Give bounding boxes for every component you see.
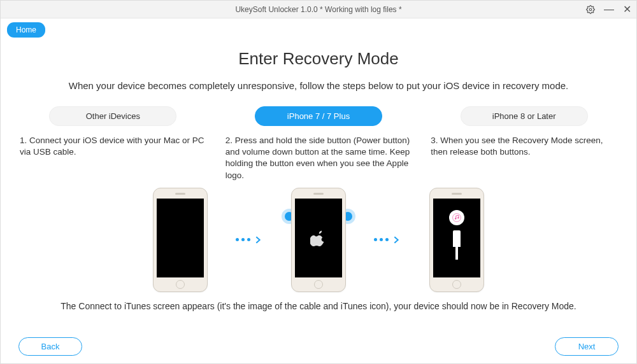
- svg-point-0: [589, 8, 592, 11]
- device-tab-iphone8[interactable]: iPhone 8 or Later: [461, 106, 588, 126]
- cable-icon: [453, 230, 461, 247]
- title-bar: UkeySoft Unlocker 1.0.0 * Working with l…: [1, 1, 636, 18]
- step-text-2: 2. Press and hold the side button (Power…: [225, 135, 412, 181]
- step-column-2: iPhone 7 / 7 Plus 2. Press and hold the …: [225, 106, 412, 181]
- next-button[interactable]: Next: [555, 337, 619, 356]
- footer-note: The Connect to iTunes screen appears (it…: [1, 301, 636, 311]
- close-icon[interactable]: ✕: [623, 3, 631, 15]
- page-title: Enter Recovery Mode: [1, 49, 636, 69]
- itunes-icon: [449, 210, 464, 225]
- back-button[interactable]: Back: [18, 337, 82, 356]
- step-text-3: 3. When you see the Recovery Mode screen…: [431, 135, 617, 181]
- apple-logo-icon: [310, 228, 327, 248]
- settings-icon[interactable]: [586, 5, 595, 14]
- arrow-separator-icon: [236, 235, 263, 245]
- step-text-1: 1. Connect your iOS device with your Mac…: [20, 135, 206, 181]
- device-tab-other[interactable]: Other iDevices: [49, 106, 176, 126]
- nav-buttons: Back Next: [1, 337, 636, 356]
- home-button[interactable]: Home: [7, 22, 45, 38]
- step-column-3: iPhone 8 or Later 3. When you see the Re…: [431, 106, 617, 181]
- phone-illustration-1: [139, 188, 222, 292]
- phones-illustration: [1, 188, 636, 292]
- device-tab-iphone7[interactable]: iPhone 7 / 7 Plus: [255, 106, 382, 126]
- arrow-separator-icon: [374, 235, 401, 245]
- page-subtitle: When your device becomes completely unre…: [1, 80, 636, 91]
- step-column-1: Other iDevices 1. Connect your iOS devic…: [20, 106, 206, 181]
- svg-point-1: [453, 213, 461, 221]
- minimize-icon[interactable]: —: [604, 4, 614, 15]
- phone-illustration-3: [415, 188, 498, 292]
- steps-row: Other iDevices 1. Connect your iOS devic…: [1, 106, 636, 181]
- window-controls: — ✕: [586, 3, 631, 15]
- window-title: UkeySoft Unlocker 1.0.0 * Working with l…: [1, 5, 636, 14]
- phone-illustration-2: [277, 188, 360, 292]
